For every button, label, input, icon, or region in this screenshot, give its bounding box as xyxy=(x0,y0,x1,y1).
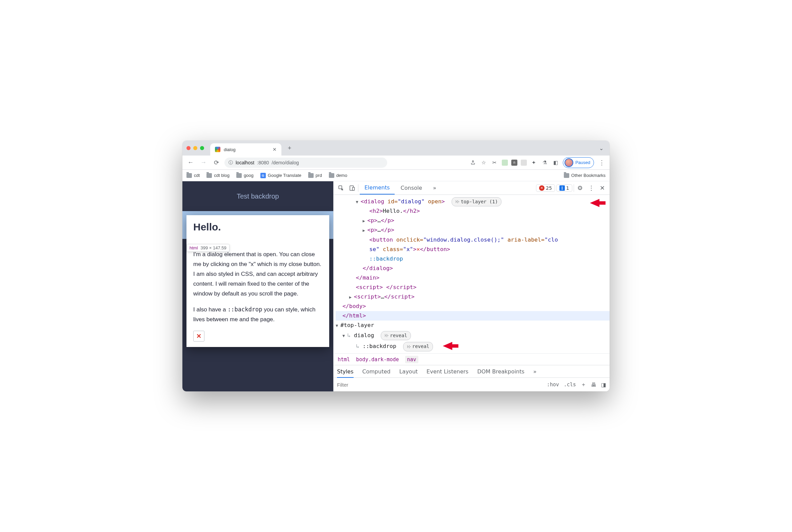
tab-dom-breakpoints[interactable]: DOM Breakpoints xyxy=(477,368,524,375)
dialog-close-button[interactable]: ✕ xyxy=(193,331,204,342)
bookmark-cdt[interactable]: cdt xyxy=(186,173,200,178)
translate-icon: G xyxy=(260,173,266,178)
disclosure-triangle-icon[interactable] xyxy=(343,332,347,339)
bookmark-translate[interactable]: GGoogle Translate xyxy=(260,173,301,178)
chrome-menu-icon[interactable]: ⋮ xyxy=(597,159,606,166)
tab-console[interactable]: Console xyxy=(396,181,427,194)
extension-icon-3[interactable] xyxy=(521,159,527,166)
browser-tab[interactable]: dialog ✕ xyxy=(210,143,281,155)
devtools-settings-icon[interactable]: ⚙ xyxy=(575,184,585,191)
reveal-badge[interactable]: ⁝⊹reveal xyxy=(381,331,411,341)
tab-more[interactable]: » xyxy=(428,181,441,194)
disclosure-triangle-icon[interactable] xyxy=(336,322,340,329)
labs-flask-icon[interactable]: ⚗ xyxy=(541,159,549,166)
inspect-pick-icon: ⁝⊹ xyxy=(455,198,459,205)
new-rule-plus-icon[interactable]: ＋ xyxy=(581,381,586,388)
bookmark-goog[interactable]: goog xyxy=(236,173,254,178)
close-x-icon: ✕ xyxy=(196,333,201,340)
toggle-sidebar-icon[interactable]: ◨ xyxy=(601,382,606,388)
titlebar: dialog ✕ + ⌄ xyxy=(182,140,610,155)
dialog-element: Hello. I'm a dialog element that is open… xyxy=(186,215,329,347)
dom-node-button-l1[interactable]: <button onclick="window.dialog.close();"… xyxy=(336,235,610,245)
extensions-puzzle-icon[interactable]: ✦ xyxy=(530,159,538,166)
dom-node-p2[interactable]: <p>…</p> xyxy=(336,225,610,235)
tab-event-listeners[interactable]: Event Listeners xyxy=(426,368,468,375)
dom-node-html-close[interactable]: </html> xyxy=(336,311,610,321)
crumb-nav[interactable]: nav xyxy=(405,356,418,363)
disclosure-triangle-icon[interactable] xyxy=(349,294,354,301)
dom-node-script1[interactable]: <script> </script> xyxy=(336,283,610,292)
extension-icon-2[interactable]: n xyxy=(511,159,517,166)
url-host: localhost xyxy=(236,160,254,165)
dom-node-top-layer-dialog[interactable]: ↳ dialog ⁝⊹reveal xyxy=(336,330,610,341)
dom-node-body-close[interactable]: </body> xyxy=(336,302,610,311)
disclosure-triangle-icon[interactable] xyxy=(363,227,367,234)
crumb-html[interactable]: html xyxy=(338,357,350,363)
dom-node-h2[interactable]: <h2>Hello.</h2> xyxy=(336,206,610,216)
styles-filter-input[interactable] xyxy=(337,378,542,392)
scissors-icon[interactable]: ✂ xyxy=(491,159,498,166)
minimize-window-icon[interactable] xyxy=(193,146,197,150)
print-icon[interactable]: 🖶 xyxy=(591,382,596,388)
tab-elements[interactable]: Elements xyxy=(360,181,395,194)
folder-icon xyxy=(308,173,314,178)
tab-list-chevron-icon[interactable]: ⌄ xyxy=(597,145,606,151)
dom-node-top-layer[interactable]: #top-layer xyxy=(336,321,610,330)
devtools-menu-icon[interactable]: ⋮ xyxy=(586,184,596,191)
dialog-paragraph-1: I'm a dialog element that is open. You c… xyxy=(193,250,323,299)
bookmark-cdt-blog[interactable]: cdt blog xyxy=(206,173,229,178)
window-controls xyxy=(186,146,204,150)
reveal-badge[interactable]: ⁝⊹reveal xyxy=(403,342,433,352)
tab-styles-more[interactable]: » xyxy=(533,368,537,375)
hov-toggle[interactable]: :hov xyxy=(547,382,559,388)
messages-badge[interactable]: ❙1 xyxy=(556,184,572,192)
dom-node-main-close[interactable]: </main> xyxy=(336,273,610,283)
dom-node-backdrop-pseudo[interactable]: ::backdrop xyxy=(336,254,610,264)
devtools-close-icon[interactable]: ✕ xyxy=(598,184,607,191)
site-info-icon[interactable]: ⓘ xyxy=(228,159,233,166)
message-icon: ❙ xyxy=(559,185,565,191)
dom-node-dialog-close[interactable]: </dialog> xyxy=(336,264,610,273)
errors-badge[interactable]: ✕25 xyxy=(536,184,555,192)
tab-close-icon[interactable]: ✕ xyxy=(273,147,277,152)
reload-button[interactable]: ⟳ xyxy=(211,158,221,167)
dialog-paragraph-2: I also have a ::backdrop you can style, … xyxy=(193,305,323,325)
forward-button: → xyxy=(199,158,208,167)
disclosure-triangle-icon[interactable] xyxy=(363,217,367,224)
side-panel-icon[interactable]: ◧ xyxy=(552,159,559,166)
new-tab-button[interactable]: + xyxy=(285,143,294,153)
error-icon: ✕ xyxy=(539,185,545,191)
omnibox[interactable]: ⓘ localhost:8080/demo/dialog xyxy=(224,157,387,168)
share-icon[interactable] xyxy=(469,159,477,166)
annotation-arrow-icon xyxy=(442,340,459,352)
dom-tree[interactable]: <dialog id="dialog" open> ⁝⊹top-layer (1… xyxy=(334,195,610,354)
folder-icon xyxy=(236,173,242,178)
dom-node-p1[interactable]: <p>…</p> xyxy=(336,216,610,225)
disclosure-triangle-icon[interactable] xyxy=(356,198,361,205)
other-bookmarks[interactable]: Other Bookmarks xyxy=(564,173,606,178)
dom-node-dialog[interactable]: <dialog id="dialog" open> ⁝⊹top-layer (1… xyxy=(336,197,610,206)
tab-styles[interactable]: Styles xyxy=(337,368,354,378)
inspect-element-icon[interactable] xyxy=(336,183,346,193)
bookmark-star-icon[interactable]: ☆ xyxy=(480,159,487,166)
bookmark-prd[interactable]: prd xyxy=(308,173,322,178)
crumb-body[interactable]: body.dark-mode xyxy=(356,357,399,363)
tab-computed[interactable]: Computed xyxy=(363,368,391,375)
device-toggle-icon[interactable] xyxy=(347,183,357,193)
dom-node-top-layer-backdrop[interactable]: ↳ ::backdrop ⁝⊹reveal xyxy=(336,341,610,352)
back-button[interactable]: ← xyxy=(186,158,195,167)
profile-paused-pill[interactable]: Paused xyxy=(563,157,594,168)
extension-icon-1[interactable] xyxy=(502,159,508,166)
dom-node-button-l2[interactable]: se" class="x">✕</button> xyxy=(336,245,610,254)
cls-toggle[interactable]: .cls xyxy=(564,382,576,388)
top-layer-badge[interactable]: ⁝⊹top-layer (1) xyxy=(452,197,502,207)
bookmark-demo[interactable]: demo xyxy=(329,173,348,178)
styles-filter-bar: :hov .cls ＋ 🖶 ◨ xyxy=(334,378,610,392)
bookmarks-bar: cdt cdt blog goog GGoogle Translate prd … xyxy=(182,170,610,181)
test-backdrop-button[interactable]: Test backdrop xyxy=(182,181,333,211)
close-window-icon[interactable] xyxy=(186,146,190,150)
annotation-arrow-icon xyxy=(589,197,606,209)
maximize-window-icon[interactable] xyxy=(200,146,204,150)
tab-layout[interactable]: Layout xyxy=(399,368,418,375)
dom-node-script2[interactable]: <script>…</script> xyxy=(336,292,610,302)
